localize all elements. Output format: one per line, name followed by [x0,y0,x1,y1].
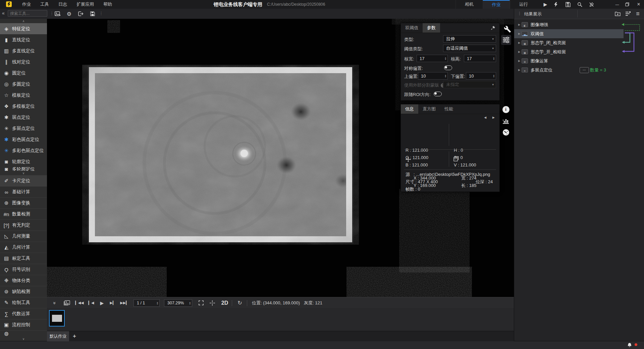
search-input[interactable] [8,10,47,17]
mode-tab[interactable]: 运行 [510,0,537,9]
follow-roi-toggle[interactable] [434,92,442,96]
result-node[interactable]: ▶ ✳ 多斑点定位 ⋯ 数量 = 3 [514,65,644,74]
info-tab-button[interactable]: i [501,104,511,114]
prev-page-icon[interactable]: ◀ [484,116,486,119]
minimize-button[interactable]: — [614,2,620,6]
expand-arrow-icon[interactable]: ▶ [517,50,522,53]
result-node[interactable]: ▶ ⊞ 图像运算 [514,56,644,65]
symmetric-offset-toggle[interactable] [444,65,452,70]
sidebar-tool-item[interactable]: ❖ 多模板定位 [0,101,47,112]
info-tab[interactable]: 信息 [401,104,418,114]
tools-wrench-button[interactable] [502,24,513,34]
sidebar-tool-item[interactable]: ◈ 特征定位 [0,23,47,34]
sidebar-tool-item[interactable]: ▣ 流程控制 [0,319,47,330]
sidebar-tool-item[interactable]: ∥ 线对定位 [0,56,47,67]
expand-arrow-icon[interactable]: ▶ [517,23,522,26]
sidebar-tool-item[interactable]: ◉ 圆定位 [0,67,47,79]
more-options-button[interactable]: ⋯ [580,67,589,73]
spinner-icon[interactable]: ▴▾ [493,74,494,78]
type-select[interactable]: 拉伸 ▾ [443,35,496,43]
sidebar-tool-item[interactable]: ◺ 几何测量 [0,231,47,242]
histogram-tab-button[interactable] [501,116,511,126]
sidebar-tool-item[interactable]: ◎ 多圆定位 [0,79,47,90]
next-frame-button[interactable]: ▶▎ [108,301,117,305]
toolbar-more-dots[interactable]: ⋮ [99,11,103,16]
sidebar-tool-item[interactable]: ⊚ 缺陷检测 [0,286,47,297]
center-crosshair-icon[interactable] [208,300,217,306]
prev-frame-button[interactable]: ▎◀ [87,301,96,305]
sidebar-tool-item[interactable]: ✎ 绘制工具 [0,297,47,308]
notification-bell-icon[interactable] [627,343,632,348]
sidebar-tool-item[interactable]: Ϙ 符号识别 [0,264,47,275]
performance-gauge-button[interactable] [501,127,511,137]
save-project-button[interactable] [566,2,572,7]
2d-mode-button[interactable]: 2D [219,300,230,306]
info-tab[interactable]: 性能 [440,104,458,114]
sidebar-tool-item[interactable]: ∞ 基础计算 [0,186,47,197]
restore-button[interactable] [625,2,631,6]
zoom-level[interactable]: 307.29% ▴▾ [164,299,192,307]
collapse-bar-icon[interactable]: « [51,299,57,307]
spinner-icon[interactable]: ▴▾ [189,301,191,305]
kernel-height-input[interactable]: 17 ▴▾ [464,55,496,62]
expand-arrow-icon[interactable]: ▶ [517,32,522,35]
play-button[interactable]: ▶ [97,300,107,306]
expand-arrow-icon[interactable]: ▶ [517,59,522,62]
menu-item[interactable]: 工具 [36,1,54,7]
kernel-width-input[interactable]: 17 ▴▾ [417,55,448,62]
edit-lock-button[interactable] [589,2,596,7]
frame-counter[interactable]: 1 / 1 ▴▾ [133,299,160,307]
upper-offset-input[interactable]: 10 ▴▾ [418,72,448,80]
menu-item[interactable]: 日志 [54,1,72,7]
collapse-sidebar-icon[interactable]: « [2,10,5,16]
sidebar-tool-item[interactable]: ✱ 彩色斑点定位 [0,134,47,145]
sidebar-tool-item[interactable]: ◙ 轮廓定位 [0,156,47,167]
scroll-down-icon[interactable]: ∨ [0,337,47,341]
run-continuous-button[interactable] [554,2,560,7]
last-frame-button[interactable]: ▶▶▎ [119,301,130,305]
settings-gear-icon[interactable]: ⚙ [66,11,72,17]
add-job-button[interactable]: + [70,332,78,340]
close-button[interactable]: × [636,1,641,7]
spinner-icon[interactable]: ▴▾ [445,74,446,78]
panel-handle-icon[interactable]: ⋮ [518,11,522,16]
parameter-tab[interactable]: 参数 [423,23,440,33]
parameters-sliders-button[interactable] [501,35,511,45]
parameter-tab[interactable]: 双阈值 [401,23,423,33]
lower-offset-input[interactable]: 10 ▴▾ [466,72,496,80]
info-tab[interactable]: 直方图 [418,104,440,114]
image-thumbnail[interactable] [49,310,65,327]
sidebar-tool-item[interactable]: ✱ 斑点定位 [0,112,47,123]
expand-arrow-icon[interactable]: ▶ [517,41,522,44]
image-list-icon[interactable] [62,300,72,306]
expand-arrow-icon[interactable]: ▶ [517,68,522,71]
threshold-type-select[interactable]: 自适应阈值 ▾ [443,45,496,52]
spinner-icon[interactable]: ▴▾ [157,301,158,305]
sidebar-tool-item[interactable]: ⊛ 图像变换 [0,197,47,208]
job-tab[interactable]: 默认作业 [47,331,69,341]
list-view-icon[interactable]: ≡ [635,11,641,17]
scroll-down-icon[interactable]: ∨ [0,171,47,175]
search-button[interactable] [577,2,584,7]
spinner-icon[interactable]: ▴▾ [445,57,446,60]
tree-view-icon[interactable] [625,11,631,17]
loop-icon[interactable]: ↻ [235,300,245,306]
first-frame-button[interactable]: ▎◀◀ [74,301,85,305]
image-source-icon[interactable] [54,11,60,17]
sidebar-tool-item[interactable]: ∑ 代数运算 [0,308,47,319]
next-page-icon[interactable]: ▶ [492,116,495,119]
menu-item[interactable]: 帮助 [99,1,117,7]
sidebar-tool-item[interactable]: ▥ 多直线定位 [0,45,47,56]
menu-item[interactable]: 作业 [17,1,36,7]
add-folder-icon[interactable] [614,11,621,17]
mode-tab[interactable]: 作业 [483,0,510,9]
save-icon[interactable] [90,11,96,17]
sidebar-tool-item[interactable]: ◍ [0,330,47,337]
run-once-button[interactable]: ▶ [542,2,549,7]
scroll-up-icon[interactable]: ∧ [0,19,47,23]
result-node[interactable]: ▶ ▂▅▃ 双阈值 [514,29,624,38]
mode-tab[interactable]: 相机 [455,0,483,9]
sidebar-tool-item[interactable]: #n 数量检测 [0,208,47,219]
sidebar-tool-item[interactable]: ✳ 多斑点定位 [0,123,47,134]
sidebar-tool-item[interactable]: ✐ 卡尺定位 [0,175,47,186]
